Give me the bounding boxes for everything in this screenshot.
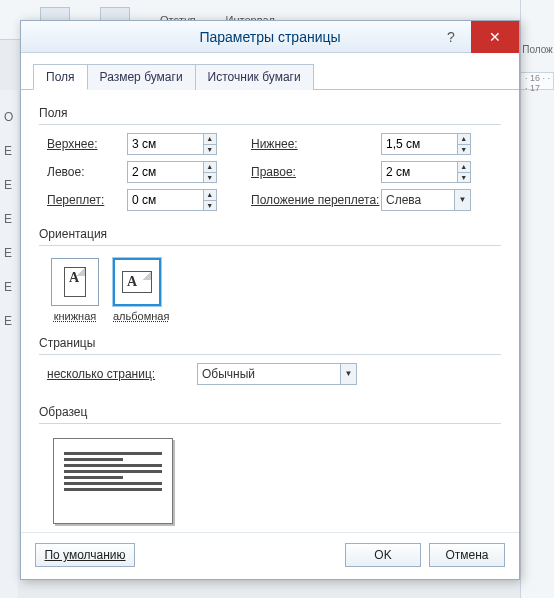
gutter-input[interactable]: ▲▼ bbox=[127, 189, 217, 211]
ruler: · 16 · · · 17 bbox=[520, 72, 554, 90]
spin-up-icon[interactable]: ▲ bbox=[204, 134, 216, 145]
gutter-label: Переплет: bbox=[47, 193, 127, 207]
top-margin-label: Верхнее: bbox=[47, 137, 127, 151]
close-button[interactable]: ✕ bbox=[471, 21, 519, 53]
spin-up-icon[interactable]: ▲ bbox=[458, 162, 470, 173]
multi-pages-label: несколько страниц: bbox=[47, 367, 197, 381]
orientation-legend: Ориентация bbox=[39, 227, 501, 241]
chevron-down-icon: ▼ bbox=[454, 190, 470, 210]
page-setup-dialog: Параметры страницы ? ✕ Поля Размер бумаг… bbox=[20, 20, 520, 580]
gutter-position-label: Положение переплета: bbox=[251, 193, 381, 207]
spin-up-icon[interactable]: ▲ bbox=[458, 134, 470, 145]
multi-pages-combo[interactable]: Обычный ▼ bbox=[197, 363, 357, 385]
gutter-position-combo[interactable]: Слева ▼ bbox=[381, 189, 471, 211]
dialog-footer: По умолчанию OK Отмена bbox=[21, 532, 519, 579]
tab-paper-size[interactable]: Размер бумаги bbox=[87, 64, 196, 90]
bottom-margin-input[interactable]: ▲▼ bbox=[381, 133, 471, 155]
left-margin-input[interactable]: ▲▼ bbox=[127, 161, 217, 183]
top-margin-input[interactable]: ▲▼ bbox=[127, 133, 217, 155]
bottom-margin-label: Нижнее: bbox=[251, 137, 381, 151]
left-margin-label: Левое: bbox=[47, 165, 127, 179]
preview-thumbnail bbox=[53, 438, 173, 524]
chevron-down-icon: ▼ bbox=[340, 364, 356, 384]
spin-down-icon[interactable]: ▼ bbox=[458, 173, 470, 183]
landscape-page-icon bbox=[122, 271, 152, 293]
preview-legend: Образец bbox=[39, 405, 501, 419]
ok-button[interactable]: OK bbox=[345, 543, 421, 567]
dialog-body: Поля Верхнее: ▲▼ Нижнее: ▲▼ Левое: bbox=[21, 90, 519, 532]
spin-down-icon[interactable]: ▼ bbox=[458, 145, 470, 155]
pages-legend: Страницы bbox=[39, 336, 501, 350]
tab-margins[interactable]: Поля bbox=[33, 64, 88, 90]
set-default-button[interactable]: По умолчанию bbox=[35, 543, 135, 567]
right-margin-input[interactable]: ▲▼ bbox=[381, 161, 471, 183]
titlebar: Параметры страницы ? ✕ bbox=[21, 21, 519, 53]
tabs: Поля Размер бумаги Источник бумаги bbox=[21, 53, 519, 90]
spin-up-icon[interactable]: ▲ bbox=[204, 162, 216, 173]
orientation-landscape[interactable]: альбомная bbox=[113, 258, 169, 322]
spin-down-icon[interactable]: ▼ bbox=[204, 173, 216, 183]
cancel-button[interactable]: Отмена bbox=[429, 543, 505, 567]
margins-legend: Поля bbox=[39, 106, 501, 120]
left-strip: О Е Е Е Е Е Е bbox=[0, 90, 18, 598]
spin-down-icon[interactable]: ▼ bbox=[204, 201, 216, 211]
spin-down-icon[interactable]: ▼ bbox=[204, 145, 216, 155]
orientation-portrait[interactable]: книжная bbox=[51, 258, 99, 322]
dialog-title: Параметры страницы bbox=[199, 29, 340, 45]
tab-paper-source[interactable]: Источник бумаги bbox=[195, 64, 314, 90]
right-margin-label: Правое: bbox=[251, 165, 381, 179]
help-button[interactable]: ? bbox=[431, 21, 471, 53]
spin-up-icon[interactable]: ▲ bbox=[204, 190, 216, 201]
portrait-page-icon bbox=[64, 267, 86, 297]
